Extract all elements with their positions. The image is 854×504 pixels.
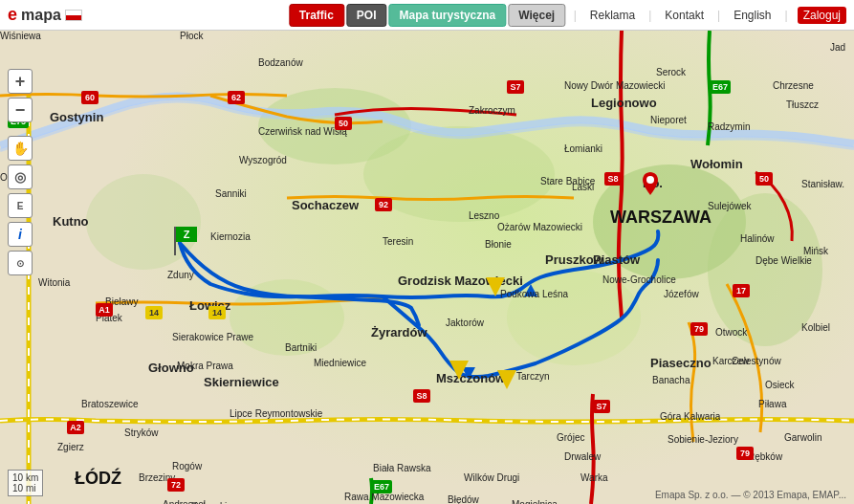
logo-text: mapa xyxy=(21,7,61,24)
layers-button[interactable]: E xyxy=(8,193,33,218)
info-button[interactable]: i xyxy=(8,222,33,247)
pan-button[interactable]: ✋ xyxy=(8,136,33,161)
logo-flag xyxy=(65,10,82,21)
locate-button[interactable]: ◎ xyxy=(8,164,33,189)
nav-zaloguj[interactable]: Zaloguj xyxy=(798,7,846,24)
zoom-out-button[interactable]: − xyxy=(8,98,33,122)
wiecej-button[interactable]: Więcej xyxy=(508,4,565,27)
scale-bar: 10 km 10 mi xyxy=(8,470,43,496)
header: e mapa Traffic POI Mapa turystyczna Więc… xyxy=(0,0,854,31)
nav-english[interactable]: English xyxy=(730,9,775,22)
svg-point-4 xyxy=(708,193,822,346)
logo-area: e mapa xyxy=(0,5,82,25)
left-controls: + − ✋ ◎ E i ⊙ xyxy=(8,69,33,275)
logo-icon-e: e xyxy=(8,5,17,25)
zoom-in-button[interactable]: + xyxy=(8,69,33,94)
map-svg xyxy=(0,31,854,504)
mapa-turystyczna-button[interactable]: Mapa turystyczna xyxy=(389,4,507,27)
nav-reklama[interactable]: Reklama xyxy=(586,9,639,22)
copyright-text: Emapa Sp. z o.o. — © 2013 Emapa, EMAP... xyxy=(655,490,846,500)
map-container[interactable]: WARSZAWAŁÓDŹGostyninKutnoŁowiczSkierniew… xyxy=(0,31,854,504)
svg-point-2 xyxy=(363,126,555,222)
scale-mi: 10 mi xyxy=(12,483,38,493)
nav-kontakt[interactable]: Kontakt xyxy=(661,9,708,22)
poi-button[interactable]: POI xyxy=(346,4,387,27)
scale-km: 10 km xyxy=(12,472,38,483)
map-toolbar: Traffic POI Mapa turystyczna Więcej xyxy=(289,0,565,31)
copyright: Emapa Sp. z o.o. — © 2013 Emapa, EMAP... xyxy=(655,490,846,500)
compass-button[interactable]: ⊙ xyxy=(8,251,33,275)
traffic-button[interactable]: Traffic xyxy=(289,4,344,27)
